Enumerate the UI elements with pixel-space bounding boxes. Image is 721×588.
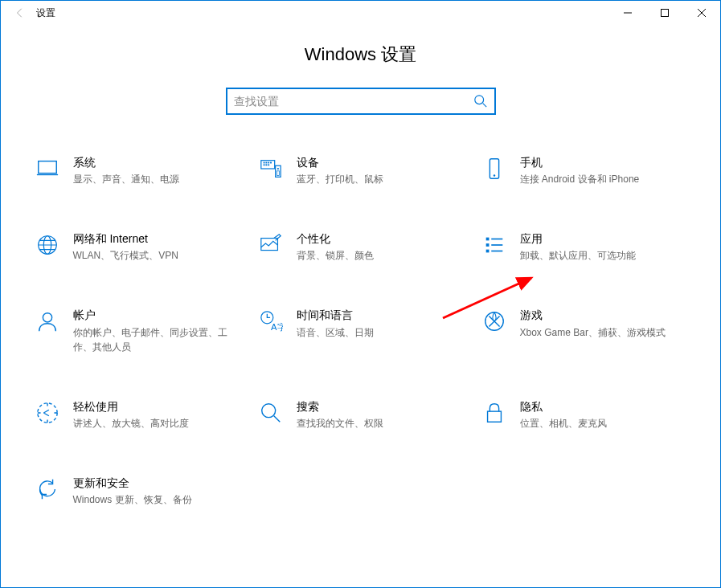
svg-rect-10	[268, 164, 269, 165]
tile-title: 个性化	[297, 231, 464, 246]
tile-title: 隐私	[520, 399, 687, 414]
svg-rect-21	[485, 250, 489, 253]
svg-point-1	[474, 96, 483, 104]
settings-grid: 系统 显示、声音、通知、电源 设备 蓝牙、打印机、鼠标 手机	[1, 153, 720, 508]
tile-text: 更新和安全 Windows 更新、恢复、备份	[73, 476, 240, 507]
tile-title: 时间和语言	[297, 308, 464, 322]
svg-text:A字: A字	[271, 323, 283, 333]
content-area: Windows 设置 系统 显示、声音、通知、电源	[1, 25, 720, 508]
tile-desc: 位置、相机、麦克风	[520, 416, 687, 431]
svg-rect-6	[268, 162, 269, 164]
svg-rect-19	[485, 238, 489, 241]
time-language-icon: A字	[258, 309, 284, 335]
tile-title: 系统	[73, 155, 240, 169]
tile-text: 隐私 位置、相机、麦克风	[520, 399, 687, 431]
tile-gaming[interactable]: 游戏 Xbox Game Bar、捕获、游戏模式	[480, 306, 689, 355]
tile-title: 设备	[297, 155, 464, 169]
search-tile-icon	[258, 401, 284, 427]
tile-personalize[interactable]: 个性化 背景、锁屏、颜色	[256, 230, 465, 264]
svg-point-27	[261, 403, 275, 417]
page-title: Windows 设置	[1, 43, 720, 67]
svg-point-12	[277, 168, 278, 169]
tile-ease-of-access[interactable]: 轻松使用 讲述人、放大镜、高对比度	[33, 398, 242, 432]
tile-title: 网络和 Internet	[73, 231, 240, 246]
tile-text: 手机 连接 Android 设备和 iPhone	[520, 155, 687, 186]
tile-text: 时间和语言 语音、区域、日期	[297, 308, 464, 353]
tile-time-language[interactable]: A字 时间和语言 语音、区域、日期	[256, 306, 465, 355]
tile-text: 应用 卸载、默认应用、可选功能	[520, 231, 687, 263]
phone-icon	[481, 157, 507, 182]
search-icon[interactable]	[473, 94, 488, 108]
tile-text: 网络和 Internet WLAN、飞行模式、VPN	[73, 231, 240, 263]
tile-desc: WLAN、飞行模式、VPN	[73, 248, 240, 263]
tile-search[interactable]: 搜索 查找我的文件、权限	[256, 398, 465, 432]
svg-rect-7	[270, 162, 272, 164]
tile-desc: 讲述人、放大镜、高对比度	[73, 416, 240, 431]
search-input[interactable]	[234, 95, 473, 108]
update-icon	[35, 477, 60, 503]
minimize-button[interactable]	[609, 1, 646, 25]
tile-text: 系统 显示、声音、通知、电源	[73, 155, 240, 186]
svg-rect-4	[263, 162, 264, 164]
tile-title: 搜索	[297, 399, 464, 414]
privacy-icon	[481, 401, 507, 427]
titlebar-left: 设置	[9, 2, 55, 24]
tile-phone[interactable]: 手机 连接 Android 设备和 iPhone	[480, 153, 689, 188]
tile-desc: Xbox Game Bar、捕获、游戏模式	[520, 325, 687, 340]
tile-desc: 你的帐户、电子邮件、同步设置、工作、其他人员	[73, 325, 240, 354]
svg-rect-0	[662, 10, 669, 17]
svg-rect-5	[265, 162, 267, 164]
tile-devices[interactable]: 设备 蓝牙、打印机、鼠标	[256, 153, 465, 188]
tile-text: 轻松使用 讲述人、放大镜、高对比度	[73, 399, 240, 431]
tile-text: 搜索 查找我的文件、权限	[297, 399, 464, 431]
tile-text: 设备 蓝牙、打印机、鼠标	[297, 155, 464, 186]
tile-title: 手机	[520, 155, 687, 169]
tile-text: 游戏 Xbox Game Bar、捕获、游戏模式	[520, 308, 687, 353]
tile-title: 更新和安全	[73, 476, 240, 490]
svg-rect-9	[265, 164, 267, 165]
titlebar: 设置	[1, 1, 720, 25]
tile-title: 帐户	[73, 308, 240, 322]
tile-text: 帐户 你的帐户、电子邮件、同步设置、工作、其他人员	[73, 308, 240, 353]
svg-rect-2	[38, 161, 56, 174]
svg-rect-28	[487, 411, 501, 422]
tile-text: 个性化 背景、锁屏、颜色	[297, 231, 464, 263]
tile-desc: 背景、锁屏、颜色	[297, 248, 464, 263]
svg-point-22	[43, 313, 51, 322]
system-icon	[35, 157, 60, 182]
apps-icon	[481, 233, 507, 259]
gaming-icon	[481, 309, 507, 335]
window-controls	[609, 1, 720, 25]
tile-system[interactable]: 系统 显示、声音、通知、电源	[33, 153, 242, 188]
svg-rect-8	[263, 164, 264, 165]
network-icon	[35, 233, 60, 259]
tile-desc: 蓝牙、打印机、鼠标	[297, 172, 464, 186]
tile-desc: 连接 Android 设备和 iPhone	[520, 172, 687, 186]
tile-desc: 显示、声音、通知、电源	[73, 172, 240, 186]
maximize-button[interactable]	[646, 1, 683, 25]
tile-title: 游戏	[520, 308, 687, 322]
tile-apps[interactable]: 应用 卸载、默认应用、可选功能	[480, 230, 689, 264]
tile-update-security[interactable]: 更新和安全 Windows 更新、恢复、备份	[33, 474, 242, 508]
tile-desc: 语音、区域、日期	[297, 325, 464, 340]
back-button	[9, 2, 31, 24]
close-button[interactable]	[683, 1, 720, 25]
settings-window: 设置 Windows 设置	[0, 0, 721, 588]
tile-privacy[interactable]: 隐私 位置、相机、麦克风	[480, 398, 689, 432]
accounts-icon	[35, 309, 60, 335]
tile-title: 轻松使用	[73, 399, 240, 414]
devices-icon	[258, 157, 284, 182]
tile-title: 应用	[520, 231, 687, 246]
svg-rect-20	[485, 243, 489, 247]
tile-desc: 查找我的文件、权限	[297, 416, 464, 431]
svg-rect-13	[277, 171, 279, 176]
window-title: 设置	[36, 6, 55, 20]
svg-rect-18	[260, 239, 277, 251]
tile-network[interactable]: 网络和 Internet WLAN、飞行模式、VPN	[33, 230, 242, 264]
search-box[interactable]	[226, 88, 496, 115]
tile-accounts[interactable]: 帐户 你的帐户、电子邮件、同步设置、工作、其他人员	[33, 306, 242, 355]
search-wrap	[1, 88, 720, 115]
tile-desc: 卸载、默认应用、可选功能	[520, 248, 687, 263]
personalize-icon	[258, 233, 284, 259]
ease-of-access-icon	[35, 401, 60, 427]
